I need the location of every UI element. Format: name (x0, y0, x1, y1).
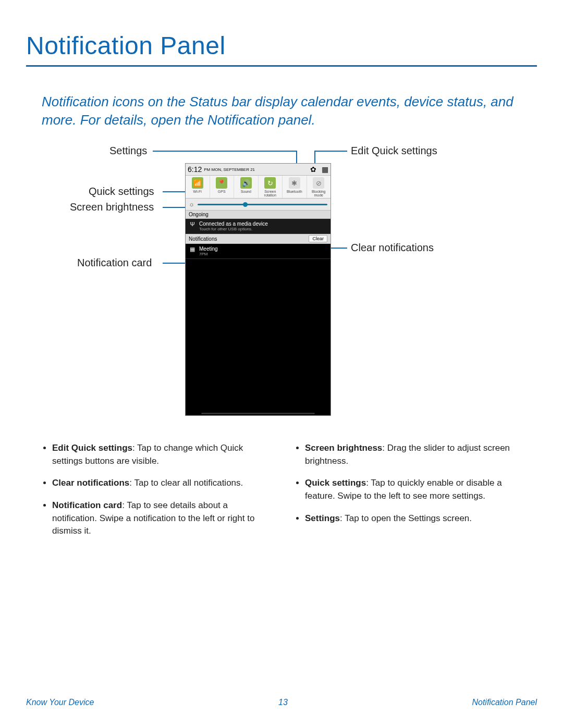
list-item: Settings: Tap to open the Settings scree… (305, 512, 521, 525)
blocking-icon: ⊘ (313, 177, 324, 189)
quick-wifi[interactable]: 📶 Wi-Fi (186, 176, 210, 198)
ongoing-item[interactable]: Ψ Connected as a media device Touch for … (186, 219, 331, 234)
quick-gps[interactable]: 📍 GPS (210, 176, 235, 198)
footer: Know Your Device 13 Notification Panel (0, 698, 563, 707)
intro-text: Notification icons on the Status bar dis… (42, 93, 521, 129)
callout-settings: Settings (109, 145, 147, 157)
brightness-slider[interactable] (198, 204, 327, 205)
footer-right: Notification Panel (472, 698, 537, 707)
brightness-row: ☼ (186, 199, 331, 211)
footer-page: 13 (278, 698, 288, 707)
rotation-icon: ↻ (264, 177, 276, 189)
list-item: Quick settings: Tap to quickly enable or… (305, 477, 521, 502)
footer-left: Know Your Device (26, 698, 94, 707)
callout-clear: Clear notifications (351, 242, 434, 254)
list-item: Screen brightness: Drag the slider to ad… (305, 442, 521, 467)
callout-edit-quick: Edit Quick settings (351, 145, 437, 157)
status-time: 6:12 (188, 165, 202, 174)
usb-icon: Ψ (189, 221, 196, 227)
line-editquick-h (314, 151, 347, 152)
calendar-icon: ▦ (189, 246, 196, 253)
list-item: Clear notifications: Tap to clear all no… (52, 477, 268, 490)
callout-quick-settings: Quick settings (89, 186, 154, 198)
diagram: Settings Quick settings Screen brightnes… (31, 145, 532, 431)
page-title: Notification Panel (26, 31, 537, 60)
quick-rotation[interactable]: ↻ Screen rotation (259, 176, 283, 198)
bullets-left: Edit Quick settings: Tap to change which… (42, 442, 268, 547)
brightness-icon: ☼ (189, 201, 194, 208)
phone-screenshot: 6:12 PM MON, SEPTEMBER 21 ✿ ▦ 📶 Wi-Fi 📍 … (185, 163, 331, 416)
callout-notif-card: Notification card (77, 257, 152, 269)
bullets: Edit Quick settings: Tap to change which… (26, 442, 537, 547)
list-item: Edit Quick settings: Tap to change which… (52, 442, 268, 467)
bluetooth-icon: ✱ (289, 177, 300, 189)
notifications-header: Notifications Clear (186, 234, 331, 244)
wifi-icon: 📶 (192, 177, 203, 189)
clear-button[interactable]: Clear (309, 235, 327, 242)
status-date: PM MON, SEPTEMBER 21 (204, 167, 255, 172)
bullets-right: Screen brightness: Drag the slider to ad… (295, 442, 521, 547)
quick-sound[interactable]: 🔊 Sound (234, 176, 259, 198)
sound-icon: 🔊 (240, 177, 252, 189)
quick-settings-row: 📶 Wi-Fi 📍 GPS 🔊 Sound ↻ Screen rotation … (186, 176, 331, 199)
ongoing-header: Ongoing (186, 211, 331, 219)
gps-icon: 📍 (216, 177, 227, 189)
quick-blocking[interactable]: ⊘ Blocking mode (307, 176, 331, 198)
line-settings-h (153, 151, 297, 152)
callout-brightness: Screen brightness (70, 201, 154, 213)
gear-icon[interactable]: ✿ (310, 165, 316, 174)
list-item: Notification card: Tap to see details ab… (52, 499, 268, 538)
handle-bar (201, 413, 315, 414)
status-bar: 6:12 PM MON, SEPTEMBER 21 ✿ ▦ (186, 164, 331, 176)
grid-icon[interactable]: ▦ (322, 165, 328, 174)
notification-card[interactable]: ▦ Meeting 7PM (186, 244, 331, 259)
quick-bluetooth[interactable]: ✱ Bluetooth (283, 176, 307, 198)
title-rule (26, 65, 537, 67)
